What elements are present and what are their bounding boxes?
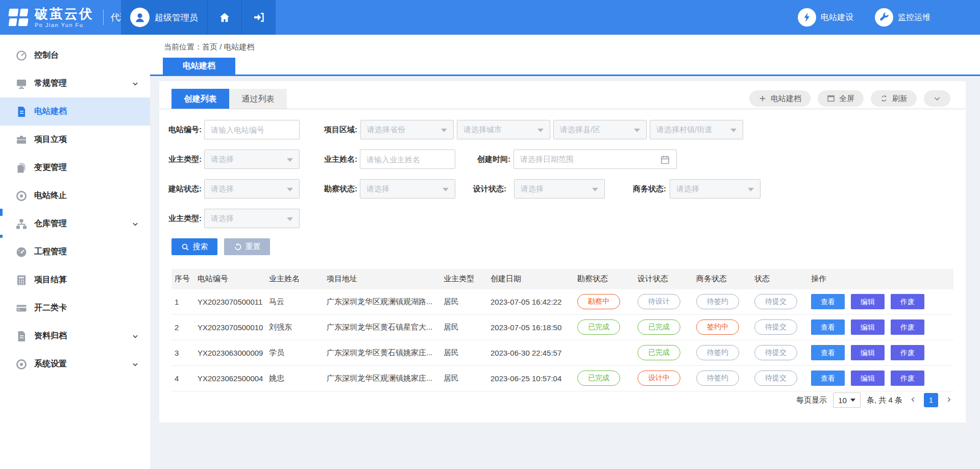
cell-owner-type: 居民 [440,289,487,314]
town-select[interactable]: 请选择村镇/街道 [650,120,743,139]
briefcase-icon [15,134,28,146]
edit-button[interactable]: 编辑 [851,345,885,360]
station-no-input[interactable] [204,120,300,139]
design-status-label: 设计状态: [465,179,506,199]
chevron-down-icon [933,94,941,103]
sidebar-item-project-initiation[interactable]: 项目立项 [0,126,150,154]
sidebar-item-console[interactable]: 控制台 [0,41,150,69]
per-page-prefix: 每页显示 [796,396,827,405]
logout-button[interactable] [242,0,276,35]
table-row: 1 YX2023070500011 马云 广东深圳龙华区观澜镇观湖路... 居民… [172,289,953,314]
col-actions: 操作 [808,269,953,289]
sidebar-item-label: 资料归档 [34,331,67,341]
design-status-badge: 已完成 [638,319,680,335]
owner-name-input[interactable] [360,150,455,169]
page-number[interactable]: 1 [924,393,938,407]
refresh-button[interactable]: 刷新 [871,90,917,107]
date-range-input[interactable]: 请选择日期范围 [513,150,677,169]
tab-pass-list[interactable]: 通过列表 [229,89,287,109]
owner-name-label: 业主姓名: [315,150,357,169]
sidebar-item-system-settings[interactable]: 系统设置 [0,350,150,378]
next-page-button[interactable] [944,396,953,405]
business-status-badge: 待签约 [696,345,739,360]
sidebar-item-general-mgmt[interactable]: 常规管理 [0,69,150,97]
edit-button[interactable]: 编辑 [851,319,885,335]
cell-created: 2023-06-25 10:57:04 [487,365,574,391]
create-station-button[interactable]: 电站建档 [749,90,811,107]
pagination: 每页显示 10 条, 共 4 条 1 [796,392,953,408]
cell-created: 2023-07-05 16:18:50 [487,314,574,340]
business-status-select[interactable]: 请选择 [670,179,761,199]
home-button[interactable] [208,0,241,35]
sidebar-item-data-archive[interactable]: 资料归档 [0,322,150,350]
build-status-select[interactable]: 请选择 [204,179,300,199]
survey-status-select[interactable]: 请选择 [360,179,455,199]
cell-owner-type: 居民 [440,314,487,340]
cell-station-no: YX2023062500004 [194,365,266,391]
design-status-badge: 待设计 [638,294,680,309]
sitemap-icon [15,218,28,230]
caret-down-icon [287,188,293,191]
status-badge: 待提交 [754,371,797,386]
void-button[interactable]: 作废 [891,319,924,335]
tab-create-list[interactable]: 创建列表 [172,89,229,109]
caret-down-icon [748,188,754,191]
sidebar-item-engineering-mgmt[interactable]: 工程管理 [0,238,150,266]
view-button[interactable]: 查看 [811,345,845,360]
sidebar-item-label: 电站终止 [34,190,67,201]
edit-button[interactable]: 编辑 [851,371,885,386]
sidebar-item-station-termination[interactable]: 电站终止 [0,182,150,210]
user-info[interactable]: 超级管理员 [121,0,207,35]
owner-type-select[interactable]: 请选择 [204,150,300,169]
sidebar-item-warehouse-mgmt[interactable]: 仓库管理 [0,210,150,238]
cell-index: 2 [172,314,194,340]
design-status-select[interactable]: 请选择 [514,179,605,199]
caret-down-icon [441,129,447,132]
breadcrumb-band: 当前位置：首页 / 电站建档 电站建档 [150,35,980,76]
list-tabs: 创建列表 通过列表 [172,89,287,109]
col-survey-status: 勘察状态 [574,269,634,289]
search-button[interactable]: 搜索 [172,238,217,255]
nav-monitor-ops[interactable]: 监控运维 [875,8,930,27]
filter-row-1: 电站编号: 项目区域: 请选择省份 请选择城市 请选择县/区 请选择村镇/街道 [159,120,966,139]
chevron-down-icon [132,80,139,87]
data-table: 序号 电站编号 业主姓名 项目地址 业主类型 创建日期 勘察状态 设计状态 商务… [172,269,953,391]
target-icon [15,190,28,202]
county-select[interactable]: 请选择县/区 [553,120,647,139]
void-button[interactable]: 作废 [891,294,924,309]
sidebar-item-change-mgmt[interactable]: 变更管理 [0,154,150,182]
per-page-select[interactable]: 10 [833,392,861,408]
fullscreen-button[interactable]: 全屏 [818,90,864,107]
owner-type2-select[interactable]: 请选择 [204,209,300,228]
status-badge: 待提交 [754,345,797,360]
view-button[interactable]: 查看 [811,294,845,309]
caret-down-icon [634,129,640,132]
dashboard-icon [15,50,28,62]
caret-down-icon [592,188,598,191]
owner-type-label: 业主类型: [159,150,202,169]
void-button[interactable]: 作废 [891,371,924,386]
sidebar-item-label: 开二类卡 [34,303,67,313]
reset-button[interactable]: 重置 [224,238,270,255]
void-button[interactable]: 作废 [891,345,924,360]
filter-buttons: 搜索 重置 [172,238,270,255]
plus-icon [758,94,767,103]
sidebar-item-station-archive[interactable]: 电站建档 [0,97,150,126]
col-owner-name: 业主姓名 [266,269,324,289]
edit-button[interactable]: 编辑 [851,294,885,309]
page-tab-station-archive[interactable]: 电站建档 [163,58,235,75]
table-row: 2 YX2023070500010 刘强东 广东深圳龙华区黄石镇星官大... 居… [172,314,953,340]
sidebar-item-project-settlement[interactable]: 项目结算 [0,266,150,294]
home-icon [218,11,231,23]
logo-title: 破茧云伏 [35,7,94,20]
province-select[interactable]: 请选择省份 [360,120,454,139]
prev-page-button[interactable] [909,396,918,405]
view-button[interactable]: 查看 [811,371,845,386]
refresh-icon [880,94,888,103]
city-select[interactable]: 请选择城市 [457,120,550,139]
user-name: 超级管理员 [155,12,198,23]
collapse-button[interactable] [924,90,950,107]
nav-station-build[interactable]: 电站建设 [798,8,853,27]
view-button[interactable]: 查看 [811,319,845,335]
sidebar-item-open-type2-card[interactable]: 开二类卡 [0,294,150,322]
